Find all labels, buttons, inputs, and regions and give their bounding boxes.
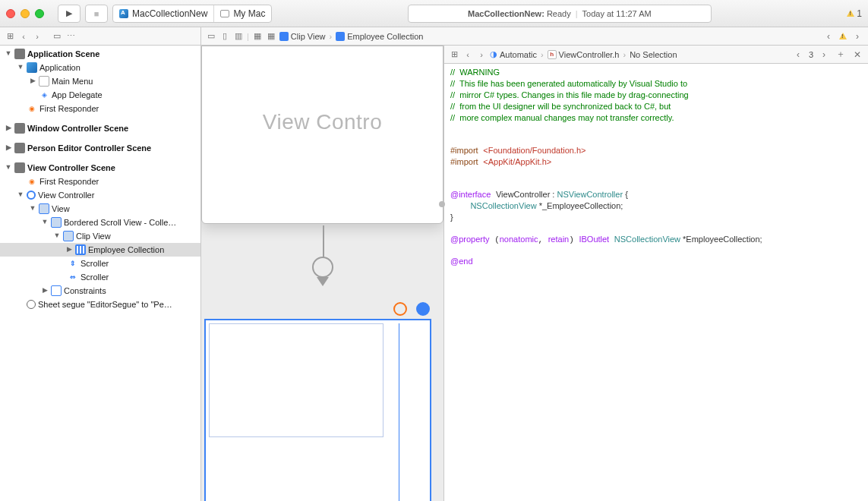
scene-icon: [14, 123, 25, 134]
grid-icon-1[interactable]: ▦: [252, 31, 263, 42]
activity-project: MacCollectionNew:: [468, 9, 544, 18]
outline-row-clip-view[interactable]: ▼Clip View: [0, 229, 200, 243]
scene-title: View Contro: [201, 110, 443, 134]
canvas-jumpbar: ▭ ▯ ▥ | ▦ ▦ Clip View › Employee Collect…: [201, 27, 868, 46]
warnings-count: 1: [857, 8, 862, 19]
outline-row-first-responder[interactable]: ◉First Responder: [0, 102, 200, 115]
crumb-employee-collection: Employee Collection: [347, 32, 423, 41]
nav-forward-button[interactable]: ›: [32, 31, 43, 42]
counterpart-next-button[interactable]: ›: [818, 49, 830, 61]
automatic-icon: ◑: [490, 49, 497, 59]
run-button[interactable]: ▶: [58, 5, 80, 23]
app-icon: [119, 9, 128, 18]
window-titlebar: ▶ ■ MacCollectionNew My Mac MacCollectio…: [0, 0, 868, 27]
outline-row-application[interactable]: ▼Application: [0, 61, 200, 74]
outline-section[interactable]: ▼View Controller Scene: [0, 161, 200, 175]
canvas-breadcrumb[interactable]: Clip View › Employee Collection: [279, 32, 424, 41]
traffic-lights: [6, 9, 44, 18]
counterpart-prev-button[interactable]: ‹: [792, 49, 804, 61]
collection-item-row: [209, 434, 383, 437]
scene-icon: [14, 162, 25, 173]
outline-row-main-menu[interactable]: ▶Main Menu: [0, 74, 200, 88]
header-file-icon: h: [548, 50, 557, 59]
editor-jumpbar: ⊞ ‹ › ◑ Automatic › h ViewController.h ›…: [444, 46, 868, 64]
warning-icon: [847, 10, 854, 17]
activity-time: Today at 11:27 AM: [582, 9, 652, 18]
crumb-automatic: Automatic: [500, 50, 537, 59]
collection-icon: [336, 32, 345, 41]
outline-toggle-icon[interactable]: ▭: [206, 31, 216, 42]
folder-icon[interactable]: ▭: [52, 31, 62, 42]
outline-row-first-responder[interactable]: ◉First Responder: [0, 175, 200, 188]
outline-row-scroll-view[interactable]: ▼Bordered Scroll View - Colle…: [0, 216, 200, 229]
collection-column-guide: [399, 323, 399, 501]
stop-button[interactable]: ■: [85, 5, 108, 23]
warnings-indicator[interactable]: 1: [847, 8, 862, 19]
menu-icon: [39, 76, 49, 87]
scheme-name: MacCollectionNew: [132, 8, 207, 19]
navigator-selector-bar: ⊞ ‹ › ▭ ⋯: [0, 27, 201, 46]
close-window-button[interactable]: [6, 9, 15, 18]
warning-icon: [839, 33, 847, 39]
layout-icon[interactable]: ▯: [219, 31, 230, 42]
outline-row-scroller[interactable]: ⇔Scroller: [0, 270, 200, 284]
scroller-icon: ⇔: [68, 272, 78, 282]
first-responder-dock-icon[interactable]: [393, 302, 407, 316]
editor-breadcrumb[interactable]: ◑ Automatic › h ViewController.h › No Se…: [490, 49, 677, 59]
crumb-clip-view: Clip View: [291, 32, 326, 41]
source-editor[interactable]: // WARNING // This file has been generat…: [444, 64, 868, 501]
monitor-icon: [220, 10, 229, 17]
outline-row-view-controller[interactable]: ▼View Controller: [0, 188, 200, 202]
first-responder-icon: ◉: [27, 176, 37, 187]
related-items-icon[interactable]: ⊞: [5, 31, 15, 42]
grid-icon-2[interactable]: ▦: [266, 31, 276, 42]
issue-next-button[interactable]: ›: [851, 30, 863, 43]
list-icon[interactable]: ⋯: [65, 31, 76, 42]
related-items-icon[interactable]: ⊞: [449, 49, 459, 60]
activity-status: Ready: [547, 9, 571, 18]
scroller-icon: ⇕: [68, 258, 78, 269]
outline-row-scroller[interactable]: ⇕Scroller: [0, 257, 200, 270]
nav-back-button[interactable]: ‹: [18, 31, 29, 42]
destination-name: My Mac: [233, 8, 265, 19]
outline-row-segue[interactable]: Sheet segue "EditorSegue" to "Pe…: [0, 298, 200, 311]
cube-icon: ◈: [39, 90, 49, 100]
collection-view-icon: [75, 244, 86, 255]
outline-row-view[interactable]: ▼View: [0, 202, 200, 216]
outline-section[interactable]: ▶Window Controller Scene: [0, 121, 200, 135]
clip-view-icon: [63, 231, 74, 241]
issue-prev-button[interactable]: ‹: [822, 30, 835, 43]
collection-view-selection[interactable]: [204, 319, 431, 501]
collection-item-prototype[interactable]: [209, 323, 383, 437]
zoom-window-button[interactable]: [35, 9, 44, 18]
outline-section[interactable]: ▶Person Editor Controller Scene: [0, 141, 200, 155]
outline-row-employee-collection[interactable]: ▶Employee Collection: [0, 243, 200, 257]
counterpart-count: 3: [809, 50, 813, 59]
nav-back-button[interactable]: ‹: [462, 49, 473, 60]
interface-builder-canvas[interactable]: View Contro: [201, 46, 444, 501]
first-responder-icon: ◉: [27, 103, 37, 114]
view-icon: [39, 203, 49, 214]
minimize-window-button[interactable]: [21, 9, 30, 18]
outline-row-app-delegate[interactable]: ◈App Delegate: [0, 88, 200, 102]
nav-forward-button[interactable]: ›: [476, 49, 487, 60]
view-controller-icon: [27, 191, 36, 200]
constraints-icon: [51, 285, 62, 296]
outline-section[interactable]: ▼Application Scene: [0, 47, 200, 61]
scroll-view-icon: [51, 217, 62, 228]
outline-row-constraints[interactable]: ▶Constraints: [0, 284, 200, 298]
crumb-selection: No Selection: [630, 50, 677, 59]
segue-icon: [27, 300, 36, 309]
scene-icon: [14, 143, 25, 153]
segue-handle[interactable]: [312, 257, 333, 278]
panes-icon[interactable]: ▥: [233, 31, 244, 42]
scene-dock: [201, 302, 443, 316]
outlet-connection-indicator[interactable]: [439, 201, 445, 207]
scene-icon: [14, 49, 25, 59]
close-assistant-button[interactable]: ✕: [851, 49, 863, 61]
view-controller-dock-icon[interactable]: [416, 302, 430, 316]
scheme-selector[interactable]: MacCollectionNew My Mac: [112, 5, 272, 23]
segue-arrow-icon: [317, 277, 329, 286]
add-assistant-button[interactable]: ＋: [835, 49, 847, 61]
crumb-file: ViewController.h: [559, 50, 620, 59]
